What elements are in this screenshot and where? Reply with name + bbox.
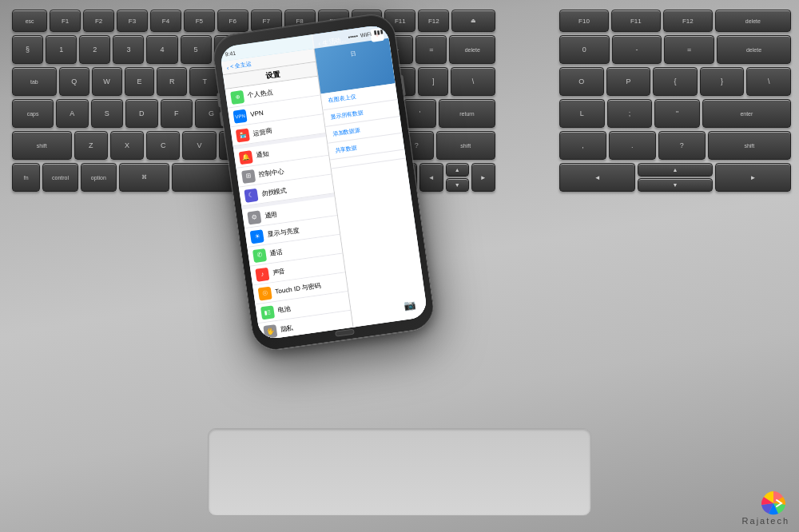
key-f4[interactable]: F4	[150, 10, 181, 32]
touchid-label: Touch ID 与密码	[275, 281, 322, 296]
key-esc[interactable]: esc	[12, 10, 47, 32]
sound-icon: ♪	[255, 267, 269, 281]
key-down-arrow[interactable]: ▼	[446, 178, 468, 192]
status-icons: ▪▪▪▪▪ WiFi ▮▮▮	[348, 29, 384, 40]
key-f2[interactable]: F2	[83, 10, 114, 32]
key-v[interactable]: V	[182, 131, 216, 160]
key-quote[interactable]: '	[403, 99, 436, 128]
key-backtick[interactable]: §	[12, 35, 43, 64]
camera-icon: 📷	[403, 299, 421, 314]
screen-content: ‹ < 全主运 设置 ⊕ 个人热点 VPN VPN	[219, 24, 427, 340]
key-r-bs[interactable]: \	[746, 67, 791, 96]
key-s[interactable]: S	[91, 99, 124, 128]
key-q[interactable]: Q	[59, 67, 89, 96]
key-r-down[interactable]: ▼	[638, 178, 712, 192]
sound-label: 声音	[272, 267, 285, 277]
trackpad[interactable]	[208, 428, 591, 516]
key-right-f10[interactable]: F10	[559, 10, 609, 32]
key-right-f11[interactable]: F11	[611, 10, 661, 32]
key-backslash[interactable]: \	[451, 67, 495, 96]
key-shift-right[interactable]: shift	[436, 131, 496, 160]
key-r-semi[interactable]: ;	[607, 99, 653, 128]
key-shift-left[interactable]: shift	[12, 131, 72, 160]
key-right-arrow[interactable]: ►	[471, 163, 495, 192]
key-f1[interactable]: F1	[50, 10, 81, 32]
key-d[interactable]: D	[125, 99, 158, 128]
key-w[interactable]: W	[92, 67, 122, 96]
key-return[interactable]: return	[439, 99, 495, 128]
key-delete[interactable]: delete	[449, 35, 495, 64]
key-right-f12[interactable]: F12	[663, 10, 713, 32]
calls-label: 通话	[269, 248, 283, 258]
key-up-arrow[interactable]: ▲	[446, 163, 468, 177]
key-r-delete2[interactable]: delete	[717, 35, 791, 64]
display-icon: ☀	[250, 229, 264, 244]
key-f6[interactable]: F6	[217, 10, 248, 32]
key-r-comma[interactable]: ,	[559, 131, 606, 160]
rajatech-watermark: Rajatech	[742, 487, 789, 526]
key-r-left[interactable]: ◄	[559, 163, 635, 192]
key-equals[interactable]: =	[415, 35, 447, 64]
key-r-plus[interactable]: =	[664, 35, 714, 64]
key-control[interactable]: control	[42, 163, 78, 192]
privacy-icon: 🖐	[263, 324, 277, 339]
keyboard-right-section: F10 F11 F12 delete 0 - = delete O P { } …	[559, 10, 791, 428]
key-r-slash[interactable]: ?	[658, 131, 706, 160]
control-center-label: 控制中心	[258, 167, 284, 179]
key-caps[interactable]: caps	[12, 99, 54, 128]
key-x[interactable]: X	[110, 131, 144, 160]
key-f[interactable]: F	[161, 99, 193, 128]
general-label: 通用	[264, 210, 277, 220]
key-r-p[interactable]: P	[606, 67, 651, 96]
key-tab[interactable]: tab	[12, 67, 57, 96]
key-2[interactable]: 2	[79, 35, 110, 64]
battery-label: 电池	[277, 304, 291, 315]
key-rbracket[interactable]: ]	[418, 67, 448, 96]
key-c[interactable]: C	[146, 131, 180, 160]
key-power[interactable]: ⏏	[451, 10, 495, 32]
key-r-shift[interactable]: shift	[708, 131, 791, 160]
hotspot-label: 个人热点	[247, 88, 273, 100]
hotspot-icon: ⊕	[230, 89, 244, 104]
key-5[interactable]: 5	[181, 35, 212, 64]
time-display: 9:41	[225, 50, 236, 57]
key-r-minus[interactable]: -	[612, 35, 662, 64]
key-r-enter[interactable]: enter	[702, 99, 791, 128]
home-button[interactable]	[335, 329, 355, 337]
notifications-icon: 🔔	[239, 150, 253, 165]
key-right-delete[interactable]: delete	[715, 10, 791, 32]
key-r-rb[interactable]: }	[700, 67, 745, 96]
key-e[interactable]: E	[125, 67, 155, 96]
key-r-l[interactable]: L	[559, 99, 605, 128]
key-command-left[interactable]: ⌘	[119, 163, 170, 192]
key-r[interactable]: R	[157, 67, 187, 96]
key-r-up[interactable]: ▲	[638, 163, 712, 177]
key-z[interactable]: Z	[74, 131, 108, 160]
key-f5[interactable]: F5	[184, 10, 215, 32]
key-r-quote[interactable]: "	[654, 99, 700, 128]
key-f12[interactable]: F12	[418, 10, 449, 32]
key-r-o[interactable]: O	[559, 67, 604, 96]
key-r-right[interactable]: ►	[715, 163, 791, 192]
rajatech-text: Rajatech	[742, 516, 789, 526]
key-3[interactable]: 3	[113, 35, 144, 64]
battery-icon: ▮▯	[260, 305, 275, 320]
display-label: 显示与亮度	[267, 226, 300, 239]
carrier-icon: 🏪	[236, 128, 250, 142]
dnd-label: 勿扰模式	[260, 186, 287, 198]
signal-icon: ▪▪▪▪▪	[348, 33, 358, 40]
key-a[interactable]: A	[56, 99, 89, 128]
key-1[interactable]: 1	[46, 35, 77, 64]
rajatech-logo-svg	[757, 487, 789, 519]
key-left-arrow[interactable]: ◄	[419, 163, 443, 192]
settings-title-text: 设置	[265, 69, 280, 79]
key-f3[interactable]: F3	[117, 10, 148, 32]
key-4[interactable]: 4	[146, 35, 177, 64]
key-r-0[interactable]: 0	[559, 35, 610, 64]
key-r-dot[interactable]: .	[609, 131, 656, 160]
key-fn[interactable]: fn	[12, 163, 40, 192]
wifi-icon: WiFi	[360, 30, 372, 38]
key-option-left[interactable]: option	[81, 163, 117, 192]
key-r-lb[interactable]: {	[653, 67, 698, 96]
battery-status-icon: ▮▮▮	[373, 29, 384, 37]
